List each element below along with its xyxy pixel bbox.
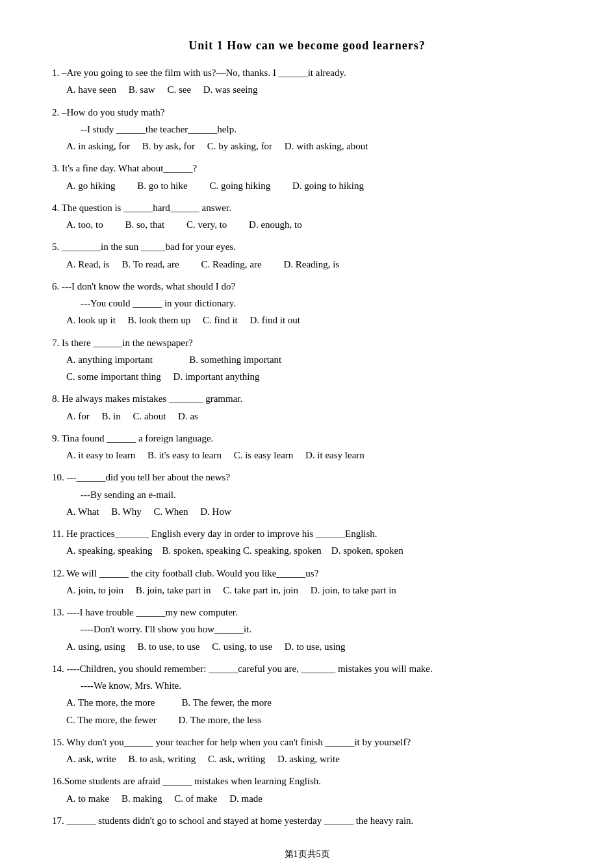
q15-options: A. ask, write B. to ask, writing C. ask,…: [52, 750, 562, 767]
q2-sub: --I study ______the teacher______help.: [52, 121, 562, 138]
q4-text: 4. The question is ______hard______ answ…: [52, 199, 562, 216]
q6-options: A. look up it B. look them up C. find it…: [52, 312, 562, 329]
page-footer: 第1页共5页: [52, 849, 562, 860]
q16-text: 16.Some students are afraid ______ mista…: [52, 773, 562, 789]
q7-options2: C. some important thing D. important any…: [52, 368, 562, 385]
q5-options: A. Read, is B. To read, are C. Reading, …: [52, 256, 562, 273]
question-10: 10. ---______did you tell her about the …: [52, 469, 562, 520]
question-5: 5. ________in the sun _____bad for your …: [52, 238, 562, 273]
q11-text: 11. He practices_______ English every da…: [52, 525, 562, 542]
q1-text: 1. –Are you going to see the film with u…: [52, 64, 562, 81]
q8-text: 8. He always makes mistakes _______ gram…: [52, 390, 562, 407]
question-13: 13. ----I have trouble ______my new comp…: [52, 604, 562, 655]
q3-options: A. go hiking B. go to hike C. going hiki…: [52, 177, 562, 194]
question-14: 14. ----Children, you should remember: _…: [52, 660, 562, 728]
question-3: 3. It's a fine day. What about______? A.…: [52, 160, 562, 194]
q2-options: A. in asking, for B. by ask, for C. by a…: [52, 138, 562, 155]
q7-options1: A. anything important B. something impor…: [52, 351, 562, 368]
question-4: 4. The question is ______hard______ answ…: [52, 199, 562, 234]
q15-text: 15. Why don't you______ your teacher for…: [52, 734, 562, 750]
question-1: 1. –Are you going to see the film with u…: [52, 64, 562, 99]
question-17: 17. ______ students didn't go to school …: [52, 812, 562, 829]
q7-text: 7. Is there ______in the newspaper?: [52, 334, 562, 351]
question-11: 11. He practices_______ English every da…: [52, 525, 562, 560]
q5-text: 5. ________in the sun _____bad for your …: [52, 238, 562, 255]
question-2: 2. –How do you study math? --I study ___…: [52, 104, 562, 155]
q9-text: 9. Tina found ______ a foreign language.: [52, 430, 562, 447]
question-6: 6. ---I don't know the words, what shoul…: [52, 278, 562, 329]
q13-sub: ----Don't worry. I'll show you how______…: [52, 621, 562, 638]
q12-options: A. join, to join B. join, take part in C…: [52, 582, 562, 599]
q12-text: 12. We will ______ the city football clu…: [52, 565, 562, 582]
q9-options: A. it easy to learn B. it's easy to lear…: [52, 447, 562, 464]
q1-options: A. have seen B. saw C. see D. was seeing: [52, 81, 562, 98]
page-title: Unit 1 How can we become good learners?: [52, 39, 562, 53]
question-16: 16.Some students are afraid ______ mista…: [52, 773, 562, 807]
question-12: 12. We will ______ the city football clu…: [52, 565, 562, 599]
q8-options: A. for B. in C. about D. as: [52, 408, 562, 425]
questions-container: 1. –Are you going to see the film with u…: [52, 64, 562, 829]
q10-text: 10. ---______did you tell her about the …: [52, 469, 562, 486]
q14-options2: C. The more, the fewer D. The more, the …: [52, 712, 562, 728]
q4-options: A. too, to B. so, that C. very, to D. en…: [52, 216, 562, 233]
q14-options1: A. The more, the more B. The fewer, the …: [52, 694, 562, 711]
q6-text: 6. ---I don't know the words, what shoul…: [52, 278, 562, 295]
q2-text: 2. –How do you study math?: [52, 104, 562, 121]
question-9: 9. Tina found ______ a foreign language.…: [52, 430, 562, 464]
q6-sub: ---You could ______ in your dictionary.: [52, 295, 562, 312]
question-8: 8. He always makes mistakes _______ gram…: [52, 390, 562, 425]
q13-options: A. using, using B. to use, to use C. usi…: [52, 638, 562, 655]
q16-options: A. to make B. making C. of make D. made: [52, 790, 562, 807]
q14-text: 14. ----Children, you should remember: _…: [52, 660, 562, 677]
q3-text: 3. It's a fine day. What about______?: [52, 160, 562, 177]
question-15: 15. Why don't you______ your teacher for…: [52, 734, 562, 768]
q10-options: A. What B. Why C. When D. How: [52, 503, 562, 520]
q11-options: A. speaking, speaking B. spoken, speakin…: [52, 542, 562, 559]
q14-sub: ----We know, Mrs. White.: [52, 677, 562, 694]
q13-text: 13. ----I have trouble ______my new comp…: [52, 604, 562, 621]
question-7: 7. Is there ______in the newspaper? A. a…: [52, 334, 562, 386]
q17-text: 17. ______ students didn't go to school …: [52, 812, 562, 829]
q10-sub: ---By sending an e-mail.: [52, 486, 562, 503]
